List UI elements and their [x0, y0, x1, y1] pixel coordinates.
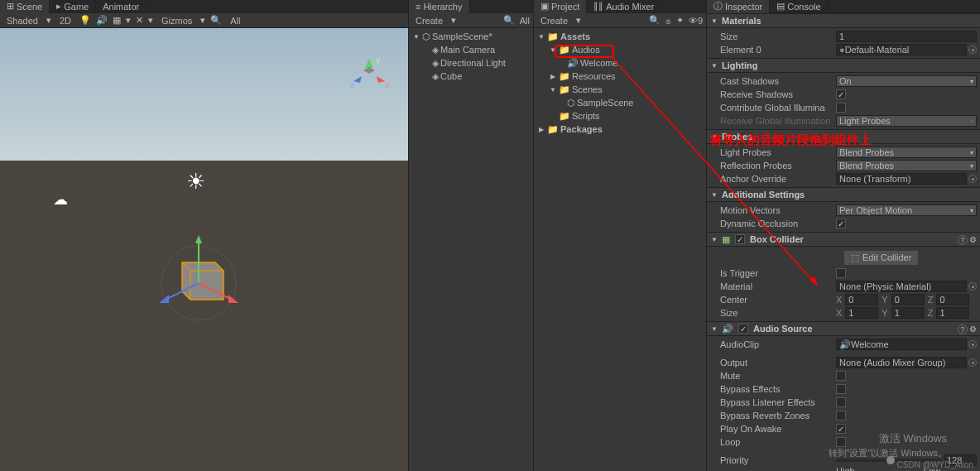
is-trigger-checkbox[interactable] [836, 268, 846, 278]
foldout-icon[interactable]: ▼ [710, 190, 718, 199]
lighting-header[interactable]: ▼Lighting [707, 58, 980, 73]
center-x[interactable]: 0 [845, 294, 878, 305]
search-icon[interactable]: 🔍 [649, 15, 661, 26]
filter-icon[interactable]: ⍟ [665, 16, 671, 26]
gear-icon[interactable] [969, 234, 977, 245]
play-on-awake-checkbox[interactable] [836, 424, 846, 434]
svg-text:y: y [376, 56, 381, 65]
output-label: Output [720, 358, 836, 368]
gizmos-dropdown[interactable]: Gizmos [158, 16, 195, 26]
fx-toggle-icon[interactable]: ▦ [113, 15, 121, 26]
elem0-field[interactable]: ●Default-Material [836, 44, 967, 55]
object-picker-icon[interactable] [968, 282, 977, 291]
dynamic-occlusion-checkbox[interactable] [836, 219, 846, 228]
size-x[interactable]: 1 [845, 307, 878, 319]
foldout-icon[interactable]: ▼ [710, 132, 718, 141]
edit-collider-button[interactable]: ⬚Edit Collider [844, 251, 918, 265]
scene-view[interactable]: y x z ☀ ☁ [0, 28, 408, 471]
object-picker-icon[interactable] [968, 46, 977, 54]
cast-shadows-dropdown[interactable]: On [836, 75, 977, 87]
foldout-icon[interactable]: ▼ [710, 235, 718, 243]
reflection-probes-dropdown[interactable]: Blend Probes [836, 160, 977, 171]
samplescene-asset[interactable]: ⬡SampleScene [534, 96, 706, 109]
object-picker-icon[interactable] [968, 358, 977, 367]
shaded-dropdown[interactable]: Shaded [3, 16, 41, 26]
assets-folder[interactable]: ▼📁Assets [534, 30, 706, 43]
foldout-icon[interactable]: ▼ [710, 324, 718, 333]
welcome-asset[interactable]: 🔊Welcome [534, 56, 706, 70]
tab-game[interactable]: ▸Game [50, 0, 96, 13]
additional-header[interactable]: ▼Additional Settings [707, 187, 980, 202]
foldout-icon[interactable]: ▶ [537, 125, 545, 133]
tab-scene[interactable]: ⊞Scene [0, 0, 50, 13]
mute-checkbox[interactable] [836, 371, 846, 381]
audios-folder[interactable]: ▼📁Audios [534, 43, 706, 56]
component-enabled-checkbox[interactable] [735, 234, 745, 244]
audio-source-header[interactable]: ▼🔊Audio Source [707, 321, 980, 336]
help-icon[interactable] [958, 324, 968, 334]
hidden-icon[interactable]: 👁9 [689, 16, 703, 26]
tab-animator[interactable]: Animator [96, 0, 147, 13]
tab-project[interactable]: ▣Project [534, 0, 587, 13]
motion-vectors-dropdown[interactable]: Per Object Motion [836, 204, 977, 216]
size-z[interactable]: 1 [936, 307, 969, 319]
foldout-icon[interactable]: ▼ [549, 85, 557, 94]
search-icon[interactable]: 🔍 [503, 15, 515, 26]
center-y[interactable]: 0 [891, 294, 925, 305]
component-enabled-checkbox[interactable] [738, 324, 748, 334]
light-probes-dropdown[interactable]: Blend Probes [836, 147, 977, 158]
hierarchy-item-camera[interactable]: ◈Main Camera [409, 43, 533, 56]
foldout-icon[interactable]: ▼ [412, 32, 420, 41]
tab-inspector[interactable]: ⓘInspector [707, 0, 770, 13]
audio-clip-field[interactable]: 🔊Welcome [836, 339, 967, 350]
anchor-override-field[interactable]: None (Transform) [836, 173, 967, 185]
save-icon[interactable]: ✦ [676, 15, 684, 26]
scene-root[interactable]: ▼⬡SampleScene* [409, 30, 533, 43]
scenes-folder[interactable]: ▼📁Scenes [534, 83, 706, 96]
audio-toggle-icon[interactable]: 🔊 [96, 15, 108, 26]
foldout-icon[interactable]: ▼ [710, 17, 718, 25]
probes-header[interactable]: ▼Probes [707, 129, 980, 144]
z-lbl: Z [928, 308, 934, 318]
object-picker-icon[interactable] [968, 175, 977, 183]
materials-header[interactable]: ▼Materials [707, 13, 980, 28]
gear-icon[interactable] [969, 324, 977, 334]
scripts-folder[interactable]: 📁Scripts [534, 109, 706, 123]
reflection-probes-val: Blend Probes [839, 161, 894, 171]
tab-console[interactable]: ▤Console [770, 0, 828, 13]
size-y[interactable]: 1 [891, 307, 925, 319]
bypass-reverb-checkbox[interactable] [836, 411, 846, 421]
help-icon[interactable] [958, 234, 968, 245]
cube-object[interactable] [149, 225, 248, 324]
material-field[interactable]: None (Physic Material) [836, 281, 967, 292]
foldout-icon[interactable]: ▼ [549, 46, 557, 54]
foldout-icon[interactable]: ▼ [710, 61, 718, 70]
bypass-listener-checkbox[interactable] [836, 397, 846, 407]
resources-folder[interactable]: ▶📁Resources [534, 70, 706, 83]
size-field[interactable]: 1 [836, 31, 977, 42]
search-icon[interactable]: 🔍 [210, 15, 222, 26]
create-dropdown[interactable]: Create [537, 16, 571, 26]
hierarchy-item-cube[interactable]: ◈Cube [409, 70, 533, 83]
light-toggle-icon[interactable]: 💡 [79, 15, 91, 26]
loop-checkbox[interactable] [836, 437, 846, 447]
foldout-icon[interactable]: ▶ [549, 72, 557, 80]
hierarchy-item-light[interactable]: ◈Directional Light [409, 56, 533, 70]
receive-shadows-checkbox[interactable] [836, 89, 846, 99]
tab-hierarchy[interactable]: ≡Hierarchy [409, 0, 470, 13]
create-dropdown[interactable]: Create [412, 16, 446, 26]
output-field[interactable]: None (Audio Mixer Group) [836, 357, 967, 368]
tab-audio-mixer[interactable]: ∥∥Audio Mixer [587, 0, 661, 13]
orientation-gizmo[interactable]: y x z [348, 56, 390, 91]
search-all[interactable]: All [227, 16, 243, 26]
packages-folder[interactable]: ▶📁Packages [534, 123, 706, 136]
center-z[interactable]: 0 [936, 294, 969, 305]
box-collider-header[interactable]: ▼▦Box Collider [707, 232, 980, 247]
bypass-effects-checkbox[interactable] [836, 384, 846, 394]
contribute-gi-checkbox[interactable] [836, 103, 846, 113]
foldout-icon[interactable]: ▼ [537, 32, 545, 41]
tool-icon[interactable]: ✕ [136, 15, 143, 26]
object-picker-icon[interactable] [968, 340, 977, 348]
mode-2d-toggle[interactable]: 2D [56, 16, 74, 26]
bullet-icon: ◈ [432, 71, 439, 82]
